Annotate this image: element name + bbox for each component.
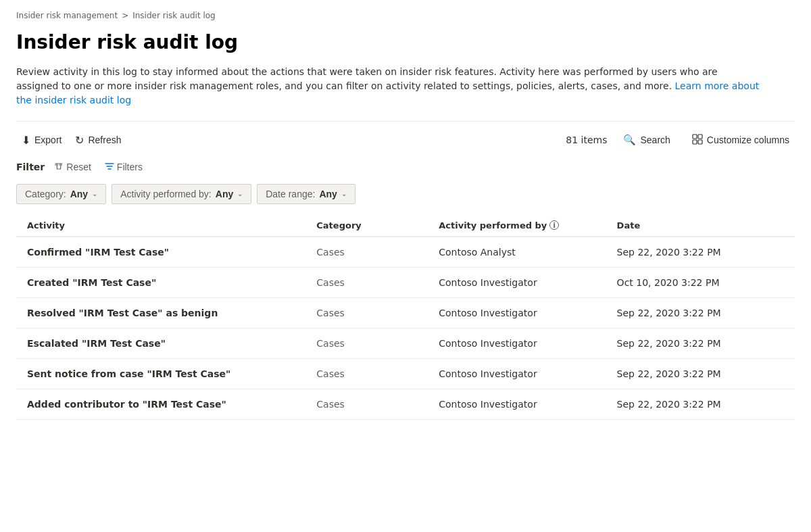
reset-filter-button[interactable]: Reset xyxy=(50,159,95,176)
date-cell: Sep 22, 2020 3:22 PM xyxy=(617,308,784,318)
activity-performed-by-chevron-icon: ⌄ xyxy=(237,190,243,197)
column-header-performed-by: Activity performed by i xyxy=(439,220,606,231)
svg-rect-3 xyxy=(698,140,702,144)
activity-cell: Added contributor to "IRM Test Case" xyxy=(27,399,305,410)
table-header: Activity Category Activity performed by … xyxy=(16,215,795,237)
svg-rect-1 xyxy=(698,135,702,139)
performed-by-cell: Contoso Investigator xyxy=(439,308,606,318)
svg-rect-0 xyxy=(693,135,697,139)
performed-by-cell: Contoso Investigator xyxy=(439,277,606,288)
date-range-chevron-icon: ⌄ xyxy=(341,190,347,197)
page-description: Review activity in this log to stay info… xyxy=(16,65,760,107)
audit-log-table: Activity Category Activity performed by … xyxy=(16,215,795,420)
breadcrumb: Insider risk management > Insider risk a… xyxy=(16,11,795,20)
table-row[interactable]: Added contributor to "IRM Test Case" Cas… xyxy=(16,389,795,420)
export-icon: ⬇ xyxy=(22,134,30,147)
table-row[interactable]: Resolved "IRM Test Case" as benign Cases… xyxy=(16,298,795,329)
column-header-category: Category xyxy=(316,220,428,231)
category-dropdown-label: Category: xyxy=(25,189,66,199)
column-header-date: Date xyxy=(617,220,784,231)
table-row[interactable]: Created "IRM Test Case" Cases Contoso In… xyxy=(16,268,795,298)
performed-by-cell: Contoso Investigator xyxy=(439,399,606,410)
category-chevron-icon: ⌄ xyxy=(92,190,97,197)
breadcrumb-parent[interactable]: Insider risk management xyxy=(16,11,118,20)
category-cell: Cases xyxy=(316,399,428,410)
search-icon: 🔍 xyxy=(623,134,636,146)
refresh-label: Refresh xyxy=(88,135,121,145)
filters-label: Filters xyxy=(117,162,143,172)
table-row[interactable]: Confirmed "IRM Test Case" Cases Contoso … xyxy=(16,237,795,268)
activity-cell: Sent notice from case "IRM Test Case" xyxy=(27,368,305,379)
category-cell: Cases xyxy=(316,247,428,258)
category-cell: Cases xyxy=(316,308,428,318)
toolbar: ⬇ Export ↻ Refresh 81 items 🔍 Search xyxy=(16,130,795,151)
category-cell: Cases xyxy=(316,277,428,288)
activity-performed-by-label: Activity performed by: xyxy=(120,189,212,199)
filter-bar: Filter Reset Filters xyxy=(16,159,795,176)
date-cell: Sep 22, 2020 3:22 PM xyxy=(617,368,784,379)
filters-icon xyxy=(105,162,114,173)
activity-cell: Resolved "IRM Test Case" as benign xyxy=(27,308,305,318)
activity-cell: Created "IRM Test Case" xyxy=(27,277,305,288)
table-row[interactable]: Sent notice from case "IRM Test Case" Ca… xyxy=(16,359,795,389)
category-dropdown[interactable]: Category: Any ⌄ xyxy=(16,184,106,204)
customize-columns-button[interactable]: Customize columns xyxy=(687,130,795,151)
export-label: Export xyxy=(34,135,62,145)
performed-by-info-icon: i xyxy=(549,220,559,230)
date-range-dropdown[interactable]: Date range: Any ⌄ xyxy=(257,184,355,204)
customize-label: Customize columns xyxy=(707,135,789,145)
filters-button[interactable]: Filters xyxy=(101,159,147,176)
category-cell: Cases xyxy=(316,338,428,349)
items-count: 81 items xyxy=(566,135,607,145)
category-cell: Cases xyxy=(316,368,428,379)
performed-by-cell: Contoso Investigator xyxy=(439,368,606,379)
reset-label: Reset xyxy=(66,162,91,172)
page-title: Insider risk audit log xyxy=(16,31,795,54)
activity-performed-by-value: Any xyxy=(216,189,233,199)
category-dropdown-value: Any xyxy=(70,189,88,199)
search-label: Search xyxy=(640,135,670,145)
date-cell: Sep 22, 2020 3:22 PM xyxy=(617,247,784,258)
refresh-icon: ↻ xyxy=(75,134,84,147)
customize-icon xyxy=(692,134,703,147)
column-header-activity: Activity xyxy=(27,220,305,231)
toolbar-left: ⬇ Export ↻ Refresh xyxy=(16,130,127,151)
breadcrumb-current: Insider risk audit log xyxy=(132,11,215,20)
search-button[interactable]: 🔍 Search xyxy=(618,130,675,150)
table-row[interactable]: Escalated "IRM Test Case" Cases Contoso … xyxy=(16,329,795,359)
date-range-value: Any xyxy=(319,189,337,199)
activity-cell: Escalated "IRM Test Case" xyxy=(27,338,305,349)
performed-by-cell: Contoso Analyst xyxy=(439,247,606,258)
toolbar-right: 81 items 🔍 Search Customize columns xyxy=(566,130,795,151)
filter-label: Filter xyxy=(16,162,45,172)
date-range-label: Date range: xyxy=(266,189,315,199)
reset-filter-icon xyxy=(54,162,64,173)
performed-by-cell: Contoso Investigator xyxy=(439,338,606,349)
refresh-button[interactable]: ↻ Refresh xyxy=(70,130,126,151)
breadcrumb-separator: > xyxy=(122,11,128,20)
divider xyxy=(16,121,795,122)
svg-rect-2 xyxy=(693,140,697,144)
export-button[interactable]: ⬇ Export xyxy=(16,130,67,151)
date-cell: Sep 22, 2020 3:22 PM xyxy=(617,338,784,349)
date-cell: Oct 10, 2020 3:22 PM xyxy=(617,277,784,288)
date-cell: Sep 22, 2020 3:22 PM xyxy=(617,399,784,410)
activity-performed-by-dropdown[interactable]: Activity performed by: Any ⌄ xyxy=(112,184,251,204)
filter-dropdowns: Category: Any ⌄ Activity performed by: A… xyxy=(16,184,795,204)
activity-cell: Confirmed "IRM Test Case" xyxy=(27,247,305,258)
